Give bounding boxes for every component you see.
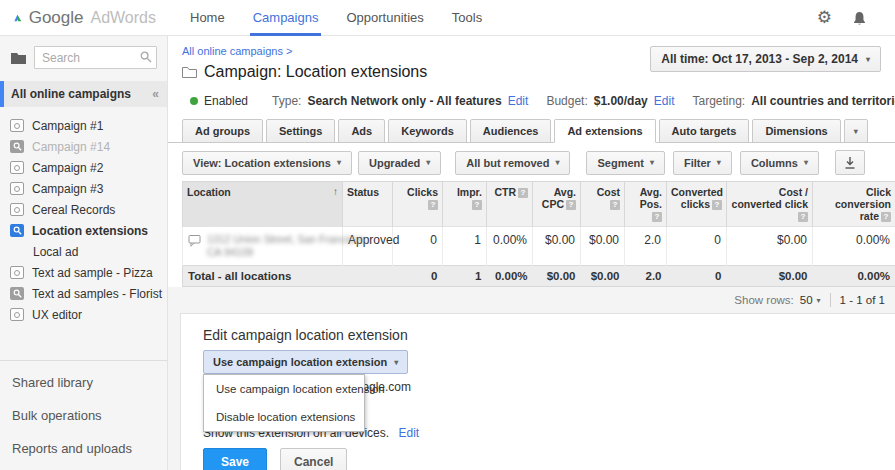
tab-more-chevron[interactable]: ▾ bbox=[844, 119, 868, 143]
segment-dropdown-label: Segment bbox=[597, 157, 643, 169]
sidebar-link-bulk-operations[interactable]: Bulk operations bbox=[12, 408, 155, 423]
campaign-icon bbox=[10, 119, 24, 132]
cost-cell: $0.00 bbox=[581, 227, 625, 266]
tab-ads[interactable]: Ads bbox=[338, 119, 385, 143]
help-icon[interactable]: ? bbox=[610, 200, 620, 210]
help-icon[interactable]: ? bbox=[798, 212, 808, 222]
sidebar-item-label: Text ad sample - Pizza bbox=[32, 266, 153, 280]
total-converted-clicks: 0 bbox=[667, 266, 727, 287]
nav-opportunities[interactable]: Opportunities bbox=[332, 0, 437, 36]
sidebar-item-cereal-records[interactable]: Cereal Records bbox=[10, 199, 167, 220]
total-cost: $0.00 bbox=[581, 266, 625, 287]
tab-dimensions[interactable]: Dimensions bbox=[752, 119, 840, 143]
sidebar-item-label: Campaign #14 bbox=[32, 140, 110, 154]
collapse-sidebar-icon[interactable]: « bbox=[152, 87, 159, 101]
date-range-button[interactable]: All time: Oct 17, 2013 - Sep 2, 2014 ▾ bbox=[650, 46, 881, 72]
edit-devices-link[interactable]: Edit bbox=[398, 426, 419, 440]
total-clicks: 0 bbox=[393, 266, 443, 287]
nav-campaigns[interactable]: Campaigns bbox=[239, 0, 333, 36]
avg-cpc-cell: $0.00 bbox=[533, 227, 581, 266]
column-header-impr[interactable]: Impr.? bbox=[443, 182, 487, 227]
column-header-location[interactable]: ↑ Location bbox=[183, 182, 343, 227]
edit-budget-link[interactable]: Edit bbox=[654, 94, 675, 108]
download-button[interactable] bbox=[835, 150, 865, 175]
campaign-list: Campaign #1 Campaign #14 Campaign #2 Cam… bbox=[0, 107, 167, 325]
location-extension-dropdown-menu: Use campaign location extension Disable … bbox=[203, 374, 365, 432]
sidebar-item-ux-editor[interactable]: UX editor bbox=[10, 304, 167, 325]
all-but-removed-dropdown-button[interactable]: All but removed ▾ bbox=[455, 151, 570, 175]
sidebar-item-local-ad[interactable]: Local ad bbox=[10, 241, 167, 262]
sidebar-item-campaign-14[interactable]: Campaign #14 bbox=[10, 136, 167, 157]
help-icon[interactable]: ? bbox=[428, 200, 438, 210]
tab-settings[interactable]: Settings bbox=[266, 119, 335, 143]
sidebar-item-location-extensions[interactable]: Location extensions bbox=[10, 220, 167, 241]
tab-audiences[interactable]: Audiences bbox=[470, 119, 552, 143]
upgraded-dropdown-label: Upgraded bbox=[369, 157, 420, 169]
nav-tools[interactable]: Tools bbox=[438, 0, 496, 36]
chevron-down-icon: ▾ bbox=[555, 158, 559, 167]
chevron-down-icon: ▾ bbox=[394, 358, 398, 367]
segment-dropdown-button[interactable]: Segment ▾ bbox=[586, 151, 664, 175]
tab-auto-targets[interactable]: Auto targets bbox=[659, 119, 750, 143]
tab-keywords[interactable]: Keywords bbox=[388, 119, 467, 143]
sidebar-item-campaign-3[interactable]: Campaign #3 bbox=[10, 178, 167, 199]
sidebar-header-all-online-campaigns[interactable]: All online campaigns « bbox=[0, 81, 167, 107]
menu-item-disable-location-extensions[interactable]: Disable location extensions bbox=[204, 403, 364, 431]
help-icon[interactable]: ? bbox=[518, 188, 528, 198]
pagination-bar: Show rows: 50 ▾ 1 - 1 of 1 bbox=[168, 287, 895, 313]
bell-icon[interactable] bbox=[852, 10, 867, 26]
folder-icon[interactable] bbox=[10, 51, 27, 65]
top-navigation: Home Campaigns Opportunities Tools bbox=[176, 0, 496, 36]
sidebar-item-text-ad-sample-pizza[interactable]: Text ad sample - Pizza bbox=[10, 262, 167, 283]
tab-bar: Ad groups Settings Ads Keywords Audience… bbox=[168, 117, 895, 143]
help-icon[interactable]: ? bbox=[472, 200, 482, 210]
tab-ad-extensions[interactable]: Ad extensions bbox=[554, 119, 655, 143]
sidebar-item-text-ad-samples-florist[interactable]: Text ad samples - Florist bbox=[10, 283, 167, 304]
sidebar-footer: Shared library Bulk operations Reports a… bbox=[0, 360, 167, 470]
budget-value: $1.00/day bbox=[594, 94, 648, 108]
gear-icon[interactable]: ⚙ bbox=[817, 9, 832, 26]
column-header-click-conversion-rate[interactable]: Click conversion rate? bbox=[813, 182, 895, 227]
help-icon[interactable]: ? bbox=[881, 212, 891, 222]
sidebar-item-campaign-1[interactable]: Campaign #1 bbox=[10, 115, 167, 136]
column-header-avg-cpc[interactable]: Avg. CPC? bbox=[533, 182, 581, 227]
column-header-converted-clicks[interactable]: Converted clicks? bbox=[667, 182, 727, 227]
columns-dropdown-button[interactable]: Columns ▾ bbox=[740, 151, 819, 175]
column-header-avg-pos[interactable]: Avg. Pos.? bbox=[625, 182, 667, 227]
column-header-clicks[interactable]: Clicks? bbox=[393, 182, 443, 227]
sidebar-item-campaign-2[interactable]: Campaign #2 bbox=[10, 157, 167, 178]
page-title: Campaign: Location extensions bbox=[204, 63, 427, 81]
tab-ad-groups[interactable]: Ad groups bbox=[182, 119, 263, 143]
show-rows-dropdown[interactable]: 50 ▾ bbox=[800, 294, 821, 306]
column-header-ctr[interactable]: CTR? bbox=[487, 182, 533, 227]
save-button[interactable]: Save bbox=[203, 448, 267, 470]
toolbar: View: Location extensions ▾ Upgraded ▾ A… bbox=[168, 143, 895, 181]
help-icon[interactable]: ? bbox=[652, 212, 662, 222]
campaign-location-extension-dropdown[interactable]: Use campaign location extension ▾ bbox=[203, 350, 408, 374]
upgraded-dropdown-button[interactable]: Upgraded ▾ bbox=[358, 151, 441, 175]
sidebar-link-shared-library[interactable]: Shared library bbox=[12, 375, 155, 390]
all-but-removed-label: All but removed bbox=[466, 157, 549, 169]
help-icon[interactable]: ? bbox=[712, 200, 722, 210]
type-label: Type: bbox=[272, 94, 301, 108]
edit-type-link[interactable]: Edit bbox=[508, 94, 529, 108]
enabled-status-label: Enabled bbox=[204, 94, 248, 108]
campaign-icon bbox=[10, 203, 24, 216]
sidebar-item-label: Campaign #3 bbox=[32, 182, 103, 196]
menu-item-use-campaign-location-extension[interactable]: Use campaign location extension bbox=[204, 375, 364, 403]
sidebar-item-label: Cereal Records bbox=[32, 203, 115, 217]
chevron-down-icon: ▾ bbox=[854, 127, 858, 136]
column-header-cost[interactable]: Cost? bbox=[581, 182, 625, 227]
chevron-down-icon: ▾ bbox=[650, 158, 654, 167]
date-range-label: All time: Oct 17, 2013 - Sep 2, 2014 bbox=[661, 52, 858, 66]
column-header-status[interactable]: Status bbox=[343, 182, 393, 227]
column-header-cost-per-converted-click[interactable]: Cost / converted click? bbox=[727, 182, 813, 227]
cancel-button[interactable]: Cancel bbox=[280, 448, 347, 470]
sidebar-link-reports-and-uploads[interactable]: Reports and uploads bbox=[12, 441, 155, 456]
nav-home[interactable]: Home bbox=[176, 0, 239, 36]
sidebar-header-label: All online campaigns bbox=[11, 87, 131, 101]
filter-dropdown-button[interactable]: Filter ▾ bbox=[673, 151, 732, 175]
view-dropdown-button[interactable]: View: Location extensions ▾ bbox=[182, 151, 352, 175]
search-input[interactable] bbox=[34, 46, 157, 69]
help-icon[interactable]: ? bbox=[566, 200, 576, 210]
